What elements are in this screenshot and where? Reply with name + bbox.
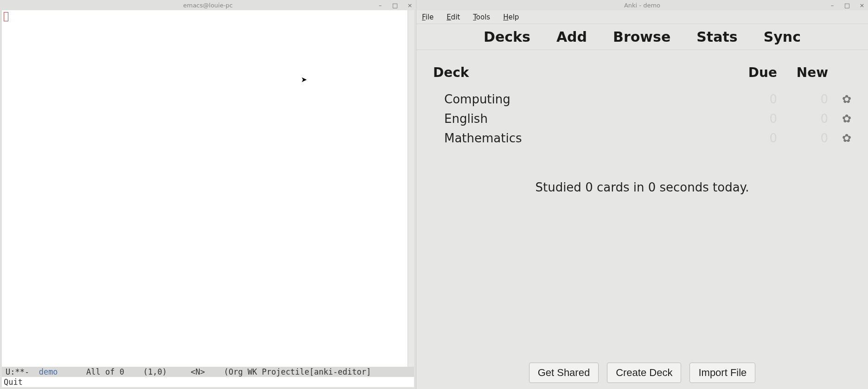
maximize-icon[interactable]: □ xyxy=(844,2,850,9)
anki-toolbar: Decks Add Browse Stats Sync xyxy=(416,24,868,50)
menu-help-rest: elp xyxy=(508,13,519,21)
study-status: Studied 0 cards in 0 seconds today. xyxy=(433,180,851,194)
deck-new-count: 0 xyxy=(777,112,828,126)
deck-due-count: 0 xyxy=(735,131,777,145)
gear-icon[interactable]: ✿ xyxy=(828,132,851,145)
modeline-status: All of 0 (1,0) <N> (Org WK Projectile[an… xyxy=(58,367,371,376)
deck-new-count: 0 xyxy=(777,92,828,106)
anki-footer: Get Shared Create Deck Import File xyxy=(416,361,868,389)
modeline-prefix: U:**- xyxy=(6,367,39,376)
toolbar-stats[interactable]: Stats xyxy=(696,29,737,45)
deck-name[interactable]: Computing xyxy=(433,92,735,106)
emacs-text-cursor xyxy=(4,12,8,21)
minibuffer-text: Quit xyxy=(4,377,23,387)
deck-row[interactable]: Computing 0 0 ✿ xyxy=(433,89,851,109)
emacs-minibuffer[interactable]: Quit xyxy=(2,377,414,387)
anki-window-controls: – □ × xyxy=(829,2,865,9)
menu-tools-rest: ools xyxy=(476,13,490,21)
emacs-body: ➤ xyxy=(2,10,414,367)
emacs-modeline: U:**- demo All of 0 (1,0) <N> (Org WK Pr… xyxy=(2,367,414,377)
header-deck: Deck xyxy=(433,65,735,80)
anki-window: Anki - demo – □ × File Edit Tools Help D… xyxy=(416,0,868,389)
import-file-button[interactable]: Import File xyxy=(689,363,755,383)
mouse-pointer-icon: ➤ xyxy=(301,75,307,84)
toolbar-add[interactable]: Add xyxy=(556,29,587,45)
gear-icon[interactable]: ✿ xyxy=(828,93,851,106)
emacs-titlebar: emacs@louie-pc – □ × xyxy=(0,0,416,10)
menu-help[interactable]: Help xyxy=(503,13,519,21)
toolbar-sync[interactable]: Sync xyxy=(764,29,801,45)
anki-titlebar: Anki - demo – □ × xyxy=(416,0,868,10)
header-new: New xyxy=(777,65,828,80)
minimize-icon[interactable]: – xyxy=(377,2,383,9)
deck-new-count: 0 xyxy=(777,131,828,145)
menu-edit-rest: dit xyxy=(451,13,460,21)
deck-list-header: Deck Due New xyxy=(433,61,851,89)
anki-title: Anki - demo xyxy=(624,2,660,9)
deck-due-count: 0 xyxy=(735,112,777,126)
toolbar-browse[interactable]: Browse xyxy=(613,29,670,45)
deck-name[interactable]: English xyxy=(433,112,735,126)
maximize-icon[interactable]: □ xyxy=(392,2,398,9)
deck-row[interactable]: English 0 0 ✿ xyxy=(433,109,851,128)
toolbar-decks[interactable]: Decks xyxy=(484,29,530,45)
emacs-buffer[interactable]: ➤ xyxy=(2,10,408,367)
menu-file[interactable]: File xyxy=(422,13,434,21)
deck-due-count: 0 xyxy=(735,92,777,106)
menu-tools[interactable]: Tools xyxy=(473,13,490,21)
emacs-title: emacs@louie-pc xyxy=(183,2,233,9)
minimize-icon[interactable]: – xyxy=(829,2,836,9)
anki-menubar: File Edit Tools Help xyxy=(416,10,868,24)
emacs-scrollbar[interactable] xyxy=(408,10,414,367)
gear-icon[interactable]: ✿ xyxy=(828,112,851,125)
emacs-window: emacs@louie-pc – □ × ➤ U:**- demo All of… xyxy=(0,0,416,389)
close-icon[interactable]: × xyxy=(859,2,865,9)
get-shared-button[interactable]: Get Shared xyxy=(529,363,599,383)
menu-file-rest: ile xyxy=(426,13,434,21)
close-icon[interactable]: × xyxy=(407,2,413,9)
emacs-window-controls: – □ × xyxy=(377,2,413,9)
deck-row[interactable]: Mathematics 0 0 ✿ xyxy=(433,128,851,148)
menu-edit[interactable]: Edit xyxy=(447,13,460,21)
modeline-buffer-name: demo xyxy=(39,367,58,376)
anki-main: Deck Due New Computing 0 0 ✿ English 0 0… xyxy=(416,50,868,361)
header-due: Due xyxy=(735,65,777,80)
deck-name[interactable]: Mathematics xyxy=(433,131,735,145)
create-deck-button[interactable]: Create Deck xyxy=(607,363,681,383)
